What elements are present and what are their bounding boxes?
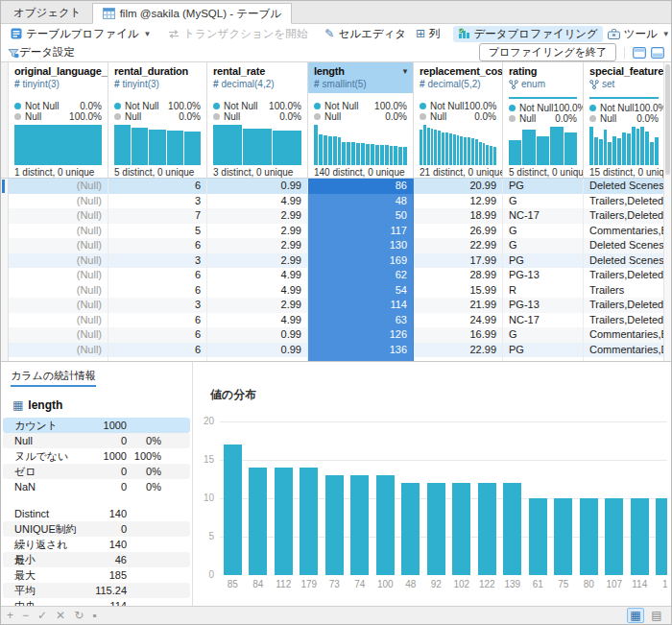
stat-row[interactable]: NaN00%: [3, 479, 190, 494]
sort-dropdown-icon[interactable]: ▾: [403, 66, 407, 76]
cell-special_features[interactable]: Deleted Scenes: [584, 238, 665, 253]
cell-replacement_cost[interactable]: 26.99: [414, 224, 503, 239]
cell-rental_rate[interactable]: 4.99: [207, 194, 308, 209]
table-row[interactable]: (Null)72.995018.99NC-17Trailers,Deleted …: [1, 208, 671, 224]
vertical-scrollbar[interactable]: [663, 62, 671, 361]
cell-special_features[interactable]: Trailers,Deleted Scenes: [584, 208, 665, 224]
tools-button[interactable]: ツール ▼: [603, 26, 672, 42]
cell-original_language_id[interactable]: (Null): [9, 224, 108, 239]
cell-length[interactable]: 63: [308, 313, 414, 328]
cell-rating[interactable]: G: [503, 327, 584, 343]
table-row[interactable]: (Null)64.996228.99PG-13Trailers,Deleted …: [1, 268, 671, 283]
cell-length[interactable]: 136: [308, 343, 414, 358]
row-gutter[interactable]: [1, 208, 9, 224]
cell-rental_duration[interactable]: 6: [108, 283, 207, 299]
column-header-length[interactable]: length▾#smallint(5): [308, 62, 414, 93]
tab-film-table[interactable]: film @sakila (MySQL) - テーブル: [92, 3, 292, 24]
cell-special_features[interactable]: Deleted Scenes: [584, 253, 665, 269]
table-row[interactable]: (Null)60.9913622.99PGCommentaries,Delete…: [1, 343, 671, 358]
stat-row[interactable]: 最小46: [3, 552, 190, 567]
save-icon[interactable]: ▪: [92, 609, 96, 622]
cell-rental_rate[interactable]: 2.99: [207, 298, 308, 313]
stat-row[interactable]: UNIQUE制約0: [3, 521, 190, 537]
column-profile-replacement_cost[interactable]: Not Null100.0%Null0.0%21 distinct, 0 uni…: [414, 93, 503, 178]
cell-replacement_cost[interactable]: 22.99: [414, 238, 503, 253]
stat-row[interactable]: Null00%: [3, 433, 190, 448]
cell-original_language_id[interactable]: (Null): [9, 238, 108, 253]
cell-rental_rate[interactable]: 2.99: [207, 224, 308, 239]
cell-rental_rate[interactable]: 4.99: [207, 268, 308, 283]
cell-rating[interactable]: PG: [503, 253, 584, 269]
cell-original_language_id[interactable]: (Null): [9, 343, 108, 358]
column-profile-rating[interactable]: Not Null100.0%Null0.0%5 distinct, 0 uniq…: [503, 93, 584, 178]
cell-replacement_cost[interactable]: 18.99: [414, 208, 503, 224]
column-header-special_features[interactable]: special_featuresset: [584, 62, 665, 93]
table-row[interactable]: (Null)60.9912616.99GCommentaries,Behind …: [1, 327, 671, 343]
cell-rental_duration[interactable]: 6: [108, 268, 207, 283]
cell-original_language_id[interactable]: (Null): [9, 327, 108, 343]
row-gutter[interactable]: [1, 194, 9, 209]
cell-rental_duration[interactable]: 7: [108, 208, 207, 224]
cell-original_language_id[interactable]: (Null): [9, 283, 108, 299]
data-settings-label[interactable]: データ設定: [19, 45, 75, 60]
column-profile-length[interactable]: Not Null100.0%Null0.0%140 distinct, 0 un…: [308, 93, 414, 178]
cell-replacement_cost[interactable]: 15.99: [414, 283, 503, 299]
cell-length[interactable]: 114: [308, 298, 414, 313]
column-header-rating[interactable]: ratingenum: [503, 62, 584, 93]
table-profile-button[interactable]: テーブルプロファイル ▼: [6, 26, 156, 42]
cell-rating[interactable]: G: [503, 224, 584, 239]
cell-rental_duration[interactable]: 3: [108, 253, 207, 269]
cell-special_features[interactable]: Trailers: [584, 283, 665, 299]
cell-original_language_id[interactable]: (Null): [9, 298, 108, 313]
columns-button[interactable]: ⊞ 列: [411, 26, 445, 42]
column-header-original_language_id[interactable]: original_language_id#tinyint(3): [9, 62, 108, 93]
cell-rating[interactable]: R: [503, 283, 584, 299]
row-gutter[interactable]: [1, 313, 9, 328]
cell-editor-button[interactable]: ✎ セルエディタ: [320, 26, 411, 42]
cell-length[interactable]: 62: [308, 268, 414, 283]
cell-rating[interactable]: PG-13: [503, 268, 584, 283]
cell-replacement_cost[interactable]: 17.99: [414, 253, 503, 269]
cell-replacement_cost[interactable]: 12.99: [414, 194, 503, 209]
cell-special_features[interactable]: Trailers,Deleted Scenes: [584, 268, 665, 283]
cell-length[interactable]: 169: [308, 253, 414, 269]
add-icon[interactable]: +: [7, 609, 13, 622]
table-row[interactable]: (Null)62.9913022.99GDeleted Scenes: [1, 238, 671, 253]
row-gutter[interactable]: [1, 327, 9, 343]
cell-length[interactable]: 48: [308, 194, 414, 209]
cell-rental_rate[interactable]: 2.99: [207, 238, 308, 253]
table-row[interactable]: (Null)32.9911421.99PG-13Trailers,Deleted…: [1, 298, 671, 313]
cell-rating[interactable]: PG-13: [503, 298, 584, 313]
cell-original_language_id[interactable]: (Null): [9, 208, 108, 224]
cell-rental_rate[interactable]: 0.99: [207, 179, 308, 194]
delete-icon[interactable]: −: [22, 609, 29, 622]
cell-special_features[interactable]: Commentaries,Behind the: [584, 224, 665, 239]
cell-special_features[interactable]: Trailers,Deleted Scenes: [584, 194, 665, 209]
stat-row[interactable]: Distinct140: [3, 506, 190, 521]
column-header-rental_duration[interactable]: rental_duration#tinyint(3): [108, 62, 207, 93]
cell-rental_duration[interactable]: 6: [108, 313, 207, 328]
cell-rental_rate[interactable]: 2.99: [207, 208, 308, 224]
column-header-replacement_cost[interactable]: replacement_cost#decimal(5,2): [414, 62, 503, 93]
cell-length[interactable]: 50: [308, 208, 414, 224]
table-row[interactable]: (Null)64.996324.99NC-17Trailers,Deleted …: [1, 313, 671, 328]
table-row[interactable]: (Null)32.9916917.99PGDeleted Scenes: [1, 253, 671, 269]
cell-rental_rate[interactable]: 0.99: [207, 327, 308, 343]
cell-length[interactable]: 86: [308, 179, 414, 194]
cell-rental_duration[interactable]: 6: [108, 179, 207, 194]
stat-row[interactable]: 繰り返された140: [3, 537, 190, 552]
cell-replacement_cost[interactable]: 28.99: [414, 268, 503, 283]
cell-rental_duration[interactable]: 6: [108, 343, 207, 358]
cell-original_language_id[interactable]: (Null): [9, 194, 108, 209]
cell-special_features[interactable]: Commentaries,Deleted Sc: [584, 343, 665, 358]
data-profiling-button[interactable]: データプロファイリング: [453, 26, 603, 42]
cell-rental_rate[interactable]: 4.99: [207, 283, 308, 299]
cell-original_language_id[interactable]: (Null): [9, 268, 108, 283]
row-gutter[interactable]: [1, 283, 9, 299]
stat-row[interactable]: 最大185: [3, 567, 190, 583]
table-row[interactable]: (Null)52.9911726.99GCommentaries,Behind …: [1, 224, 671, 239]
table-row[interactable]: (Null)34.994812.99GTrailers,Deleted Scen…: [1, 194, 671, 209]
cell-special_features[interactable]: Trailers,Deleted Scenes: [584, 313, 665, 328]
cell-rating[interactable]: PG: [503, 179, 584, 194]
cell-rental_rate[interactable]: 2.99: [207, 253, 308, 269]
